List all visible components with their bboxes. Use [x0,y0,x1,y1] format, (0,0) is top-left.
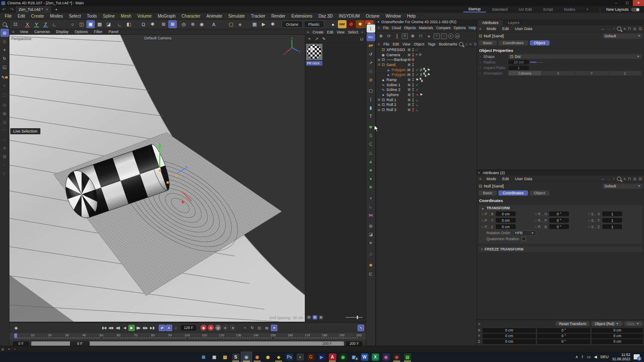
tab-attributes[interactable]: Attributes [478,20,503,25]
modeling-tool-6[interactable]: ◈ [0,144,9,152]
up-icon[interactable]: ↑ [613,177,615,181]
visibility-dots[interactable] [412,58,414,61]
trash-icon[interactable]: ⊔ [358,36,365,42]
notepad-app[interactable]: ▤ [402,352,413,362]
tree-item-backup[interactable]: ⊞⊡------Backup------ [376,57,477,62]
anim-dot-icon[interactable]: ◇ [534,212,538,216]
speaker-icon[interactable]: ◀ [594,355,597,359]
transform-header[interactable]: ⌄ TRANSFORM [479,205,642,211]
tree-item-roll-3[interactable]: ⊞⊡Roll 3∟ [376,107,477,112]
layer-chip[interactable] [408,99,410,101]
freeze-transform-header[interactable]: › FREEZE TRANSFORM [479,246,642,252]
expand-icon[interactable]: ⊞ [377,58,381,62]
tag-icon[interactable]: ⌖ [416,52,418,57]
tag-icon[interactable]: ∷ [416,48,418,52]
tag-icon[interactable]: ⚑ [427,72,431,77]
visibility-dots[interactable] [412,108,414,112]
popout-icon[interactable]: ⊡ [638,27,642,31]
viewport[interactable]: Perspective Default Camera Live Selectio… [9,35,305,322]
tag-icon[interactable]: ∟ [416,103,419,107]
anim-dot-icon[interactable]: ◇ [480,219,485,222]
visibility-dots[interactable] [412,48,414,51]
visibility-dots[interactable] [412,68,414,72]
attributes-menu-icon[interactable]: ≡ [477,177,483,181]
menu-animate[interactable]: Animate [204,14,225,18]
octane-menu-cloud[interactable]: Cloud [390,26,402,30]
layout-tab-startup[interactable]: Startup [463,6,486,12]
tab-basic[interactable]: Basic [479,190,497,196]
workplane-icon[interactable]: ◧ [125,20,133,28]
layer-chip[interactable] [408,94,410,96]
viewport-menu-icon[interactable]: ≡ [9,30,17,34]
plastic-preset-button[interactable]: Plastic [304,21,324,28]
anim-dot-icon[interactable]: ◇ [587,212,591,216]
visibility-dots[interactable] [412,93,414,97]
object-name[interactable]: Roll 2 [386,103,396,107]
tree-item-roll-2[interactable]: ⊞⊡Roll 2∟ [376,103,477,108]
range-start-handle[interactable]: 0 F [70,341,90,346]
transform-value-field[interactable]: 1 [602,224,622,229]
keyframe-diamond-icon[interactable]: ◈ [13,325,19,331]
material-menu-icon[interactable]: ≡ [305,30,311,34]
tree-item-polygon-2[interactable]: ▲Polygon 2✓⇵▚⚑ [376,72,477,77]
material-picker-icon[interactable]: M [455,33,460,39]
layout-tab-nodes[interactable]: Nodes [559,7,580,12]
property-value-field[interactable]: 10 cm [508,60,529,64]
octane-fan-icon[interactable]: ✱ [356,20,365,28]
attributes2-close-icon[interactable]: × [478,171,480,175]
layer-chip[interactable] [408,88,410,91]
tag-icon[interactable]: ✓ [416,68,419,72]
graph-tool-icon[interactable]: ⌊ [367,24,375,33]
emitter-icon[interactable]: ✱ [367,123,375,131]
globe-camera-icon[interactable]: ◍ [367,222,375,230]
anim-dot-icon[interactable]: ◇ [480,225,485,229]
acrobat[interactable]: A [327,352,337,362]
rotation-order-dropdown[interactable]: HPB▼ [513,230,536,236]
xnview[interactable]: ◆ [273,352,284,362]
monitor-icon[interactable]: ▭ [587,355,591,359]
quantize-enabled-icon[interactable]: ⊞ [168,20,177,28]
tab-object[interactable]: Object [530,190,550,196]
tag-icon[interactable]: ✓ [416,87,419,92]
notification-icon[interactable]: 5 [634,354,640,359]
tag-icon[interactable]: ▚ [420,78,423,82]
menu-simulate[interactable]: Simulate [225,14,248,18]
generator-icon[interactable]: ▲ [367,157,375,166]
octane-close-icon[interactable]: × [377,20,380,24]
track-icon[interactable]: ◎ [633,27,637,31]
xparticles-icon[interactable]: XP [367,42,375,50]
autokey-button[interactable]: A [208,325,214,331]
range-start-field[interactable]: 0 F [13,341,29,346]
menu-tools[interactable]: Tools [84,14,100,18]
attributes2-menu-user-data[interactable]: User Data [512,177,535,181]
visibility-dots[interactable] [412,78,414,81]
object-name[interactable]: XPRESSO [386,48,405,52]
visibility-dots[interactable] [412,73,414,76]
forward-icon[interactable]: → [607,27,611,31]
anim-dot-icon[interactable]: ◇ [587,225,591,229]
back-icon[interactable]: ← [601,177,605,181]
x-axis-lock[interactable]: X [23,20,32,28]
transform-value-field[interactable]: 0 ° [549,211,569,216]
tag-icon[interactable]: ⚑ [416,78,419,82]
quaternion-checkbox[interactable] [522,237,526,241]
record-pla-toggle[interactable]: ✕ [271,325,277,331]
dynamics-icon[interactable]: ✱ [367,183,375,191]
make-editable-icon[interactable]: ○ [68,20,77,28]
menu-modes[interactable]: Modes [47,14,66,18]
hamburger-icon[interactable]: ≡ [478,322,480,326]
expand-icon[interactable]: ⊞ [377,98,381,102]
filter-icon[interactable]: ≡ [470,42,472,46]
filter-icon[interactable]: ≡ [623,177,626,181]
menu-daz-3d[interactable]: Daz 3D [316,14,336,18]
material-thumbnail[interactable]: PR GGX [306,44,322,66]
material-sphere-icon[interactable]: ● [329,20,337,28]
close-tab-icon[interactable]: × [46,7,48,12]
window-group[interactable]: ▣4 [349,352,359,362]
clapper-camera-icon[interactable]: ◪ [367,230,375,238]
coord-field[interactable]: 0 cm [483,339,536,344]
scale-tool[interactable]: ◱ [0,63,9,71]
model-mode-icon[interactable]: ◫ [77,20,86,28]
viewport-menu-display[interactable]: Display [53,30,72,34]
back-icon[interactable]: ← [601,27,605,31]
